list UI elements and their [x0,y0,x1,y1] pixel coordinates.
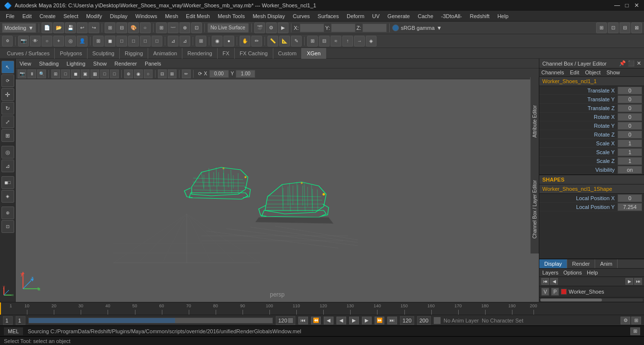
vp-grid-btn[interactable]: ⊞ [51,69,60,78]
look-icon[interactable]: ◎ [65,36,76,46]
layer-nav-next-btn[interactable]: ⏭ [634,278,642,285]
new-file-btn[interactable]: 📄 [42,23,52,33]
snap-curve-btn[interactable]: 〰 [168,23,178,33]
range-end-input[interactable]: 120 [276,316,295,325]
vp-menu-show[interactable]: Show [91,61,109,67]
select-by-component-btn[interactable]: ⊟ [116,23,127,33]
normal-icon[interactable]: ↑ [342,36,353,46]
menu-edit-mesh[interactable]: Edit Mesh [182,11,214,21]
playback-settings-btn[interactable]: ⚙ [621,317,630,324]
channel-local-pos-x[interactable]: Local Position X 0 [539,194,644,203]
status-btn[interactable]: ⊞ [630,327,640,335]
rotate-y-value[interactable]: 0 [618,122,642,130]
channel-visibility[interactable]: Visibility on [539,165,644,174]
lasso-tool-btn[interactable]: ⟳ [1,74,14,87]
layer-tab-render[interactable]: Render [567,259,595,268]
tab-curves-surfaces[interactable]: Curves / Surfaces [2,48,55,59]
play-back-btn[interactable]: ◀ [336,317,346,324]
layer-color-swatch[interactable] [561,289,567,295]
menu-3dto[interactable]: -3DtoAll- [437,11,466,21]
subdivision-icon[interactable]: ⊟ [319,36,330,46]
vp-x-input[interactable]: 0.00 [209,70,229,78]
hide-icon[interactable]: 👁 [30,36,41,46]
vp-display-btn4[interactable]: ▦ [90,69,99,78]
rotate-x-value[interactable]: 0 [618,113,642,121]
select-paint-btn[interactable]: 🎨 [128,23,139,33]
channel-scale-x[interactable]: Scale X 1 [539,139,644,148]
ruler-icon[interactable]: 📐 [279,36,290,46]
vp-display-btn5[interactable]: □ [100,69,109,78]
layout-btn-4[interactable]: ⊠ [631,23,642,33]
channel-rotate-z[interactable]: Rotate Z 0 [539,130,644,139]
layer-tab-anim[interactable]: Anim [595,259,618,268]
vp-menu-lighting[interactable]: Lighting [65,61,88,67]
settings-icon[interactable]: ⚙ [2,36,13,46]
cb-menu-edit[interactable]: Edit [570,69,579,75]
close-button[interactable]: ✕ [633,2,640,9]
layer-nav-prev-btn[interactable]: ⏮ [541,278,549,285]
scale-x-value[interactable]: 1 [618,139,642,147]
cb-pin-icon[interactable]: 📌 [619,60,626,67]
channel-scale-z[interactable]: Scale Z 1 [539,157,644,165]
universal-tool-btn[interactable]: ⊞ [1,129,14,142]
vp-display-btn2[interactable]: ◼ [71,69,80,78]
menu-cache[interactable]: Cache [414,11,437,21]
hud-icon[interactable]: ⊞ [196,36,206,46]
cb-expand-icon[interactable]: ⬛ [628,60,635,67]
menu-curves[interactable]: Curves [289,11,314,21]
next-key-btn[interactable]: ⏩ [375,317,384,324]
local-pos-y-value[interactable]: 7.254 [618,203,642,211]
snap-view-btn[interactable]: ⊡ [191,23,202,33]
rotate-z-value[interactable]: 0 [618,131,642,138]
menu-uv[interactable]: UV [368,11,383,21]
uv-icon[interactable]: ◈ [366,36,377,46]
translate-x-value[interactable]: 0 [618,87,642,94]
attribute-editor-tab[interactable]: Attribute Editor [530,77,539,165]
layer-menu-help[interactable]: Help [587,270,598,276]
go-start-btn[interactable]: ⏮ [298,317,308,324]
layer-menu-options[interactable]: Options [563,270,582,276]
layer-menu-layers[interactable]: Layers [542,270,558,276]
x-value[interactable] [300,23,324,32]
prev-frame-btn[interactable]: ◀ [324,317,333,324]
select-tool-btn[interactable]: ↖ [1,61,14,73]
menu-select[interactable]: Select [60,11,83,21]
tab-polygons[interactable]: Polygons [55,48,87,59]
cb-close-icon[interactable]: ✕ [637,60,641,67]
vp-menu-panels[interactable]: Panels [143,61,163,67]
camera-icon[interactable]: 📷 [18,36,29,46]
tab-rendering[interactable]: Rendering [182,48,218,59]
menu-surfaces[interactable]: Surfaces [314,11,343,21]
pan-icon[interactable]: ✋ [240,36,250,46]
z-value[interactable] [362,23,387,32]
vp-select-btn[interactable]: ◉ [134,69,143,78]
local-pos-x-value[interactable]: 0 [618,194,642,202]
tab-custom[interactable]: Custom [273,48,302,59]
cb-menu-show[interactable]: Show [606,69,620,75]
sculpt-tool-btn[interactable]: ⊿ [1,160,14,172]
layer-nav-left-btn[interactable]: ◀ [550,278,558,285]
vp-menu-view[interactable]: View [18,61,33,67]
menu-mesh-display[interactable]: Mesh Display [249,11,289,21]
ao-icon[interactable]: ⊿ [179,36,190,46]
focus-icon[interactable]: + [53,36,64,46]
redo-btn[interactable]: ↪ [89,23,99,33]
translate-y-value[interactable]: 0 [618,95,642,103]
cb-menu-channels[interactable]: Channels [541,69,564,75]
vp-sym-btn2[interactable]: ⊠ [168,69,177,78]
menu-mesh[interactable]: Mesh [161,11,182,21]
range-max-input[interactable]: 120 [400,316,414,325]
vp-pivot-btn[interactable]: ⊕ [124,69,133,78]
viewport-depth-icon[interactable]: ● [223,36,234,46]
snap-grid-btn[interactable]: ⊞ [156,23,167,33]
vp-zoom-btn[interactable]: 🔍 [37,69,46,78]
vp-camera-btn[interactable]: 📷 [18,69,26,78]
light-icon[interactable]: □ [128,36,139,46]
frame-start-input[interactable]: 1 [3,316,13,325]
display-shading-btn[interactable]: ◼□ [1,176,14,189]
channel-box-side-tab[interactable]: Channel Box / Layer Editor [530,165,539,253]
snap-point2-btn[interactable]: ⊡ [1,220,14,233]
soft-select-btn[interactable]: ○ [140,23,151,33]
cb-menu-object[interactable]: Object [585,69,600,75]
channel-local-pos-y[interactable]: Local Position Y 7.254 [539,203,644,211]
